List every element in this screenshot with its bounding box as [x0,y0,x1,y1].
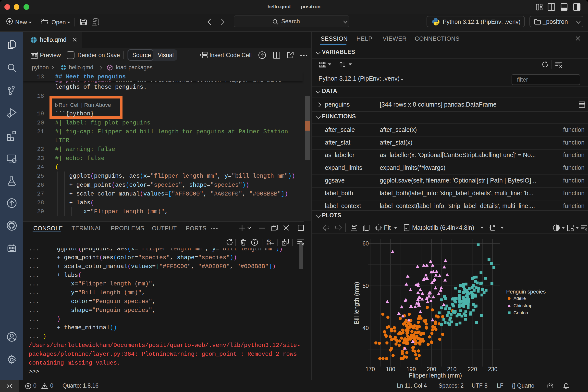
svg-text:170: 170 [366,366,375,372]
svg-text:Gentoo: Gentoo [514,310,528,315]
svg-text:c: c [266,242,268,246]
svg-text:180: 180 [386,366,395,372]
svg-text:40: 40 [362,325,369,331]
svg-text:Bill length (mm): Bill length (mm) [353,282,360,324]
svg-text:220: 220 [468,366,477,372]
svg-text:60: 60 [362,240,369,247]
svg-text:Chinstrap: Chinstrap [514,303,532,308]
svg-text:Penguin species: Penguin species [506,288,546,295]
svg-text:230: 230 [488,366,497,372]
svg-text:190: 190 [406,366,416,372]
svg-text:210: 210 [447,366,456,372]
svg-text:Adelie: Adelie [514,296,526,301]
svg-text:200: 200 [427,366,436,372]
svg-text:Flipper length (mm): Flipper length (mm) [409,372,462,379]
svg-text:50: 50 [362,283,369,289]
